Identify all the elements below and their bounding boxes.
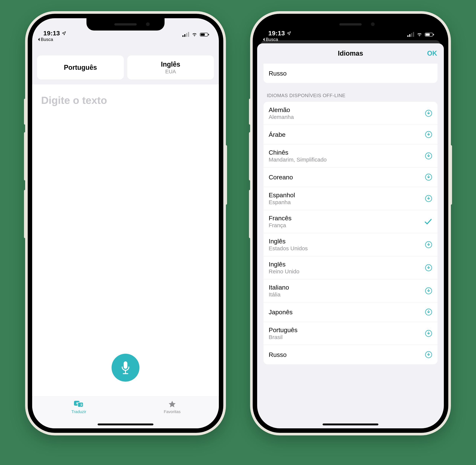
language-name: Chinês (269, 149, 327, 156)
language-selector-row: Português Inglês EUA (32, 51, 219, 85)
svg-rect-2 (208, 34, 209, 35)
language-row[interactable]: AlemãoAlemanha (263, 102, 437, 125)
language-name: Inglês (269, 238, 308, 245)
target-language-sub: EUA (165, 69, 176, 75)
tab-translate-label: Traduzir (71, 409, 86, 414)
wifi-icon (417, 32, 422, 37)
screen-translate: 19:13 (32, 18, 219, 428)
language-name: Inglês (269, 261, 299, 268)
language-row[interactable]: Coreano (263, 167, 437, 187)
offline-languages-header: IDIOMAS DISPONÍVEIS OFF-LINE (263, 83, 437, 102)
language-row[interactable]: ChinêsMandarim, Simplificado (263, 144, 437, 167)
language-row[interactable]: Russo (263, 64, 437, 83)
language-sub: Mandarim, Simplificado (269, 157, 327, 163)
sheet-title: Idiomas (338, 50, 363, 57)
language-sub: França (269, 222, 291, 229)
status-bar: 19:13 (257, 18, 444, 38)
status-time: 19:13 (43, 30, 60, 37)
language-sub: Espanha (269, 199, 295, 205)
location-icon (62, 31, 66, 36)
tab-favorites-label: Favoritas (164, 409, 181, 414)
status-bar: 19:13 (32, 18, 219, 38)
language-row[interactable]: Russo (263, 345, 437, 364)
language-name: Francês (269, 214, 291, 222)
source-language-name: Português (64, 64, 97, 72)
input-placeholder: Digite o texto (41, 94, 210, 106)
battery-icon (425, 32, 435, 37)
language-name: Italiano (269, 284, 289, 291)
download-icon[interactable] (425, 152, 432, 160)
home-indicator[interactable] (323, 423, 378, 425)
download-icon[interactable] (425, 308, 432, 316)
svg-text:A: A (76, 402, 78, 405)
download-icon[interactable] (425, 264, 432, 272)
svg-rect-1 (201, 33, 205, 36)
wifi-icon (192, 32, 197, 37)
ok-button[interactable]: OK (427, 50, 437, 57)
language-sub: Estados Unidos (269, 245, 308, 252)
svg-rect-11 (426, 33, 430, 36)
language-sub: Alemanha (269, 114, 294, 120)
star-icon (168, 400, 177, 408)
languages-sheet: Idiomas OK Russo IDIOMAS DISPONÍVEIS OFF… (257, 43, 444, 428)
language-row[interactable]: FrancêsFrança (263, 210, 437, 233)
back-to-app[interactable]: Busca (262, 37, 278, 42)
back-to-app-label: Busca (266, 37, 278, 42)
sheet-navbar: Idiomas OK (257, 43, 444, 64)
language-row[interactable]: Árabe (263, 125, 437, 144)
language-name: Russo (269, 70, 287, 77)
target-language-name: Inglês (161, 61, 180, 68)
svg-text:文: 文 (80, 403, 83, 406)
language-row[interactable]: EspanholEspanha (263, 187, 437, 210)
microphone-button[interactable] (112, 354, 139, 382)
download-icon[interactable] (425, 287, 432, 295)
back-to-app-label: Busca (41, 37, 53, 42)
download-icon[interactable] (425, 173, 432, 181)
cellular-icon (407, 32, 414, 37)
download-icon[interactable] (425, 195, 432, 202)
translate-input-area[interactable]: Digite o texto (32, 85, 219, 397)
screen-languages: 19:13 (257, 18, 444, 428)
microphone-icon (120, 360, 131, 375)
offline-languages-list: AlemãoAlemanhaÁrabeChinêsMandarim, Simpl… (263, 102, 437, 364)
status-time: 19:13 (268, 30, 285, 37)
language-row[interactable]: Japonês (263, 302, 437, 322)
language-name: Espanhol (269, 191, 295, 199)
device-frame-left: 19:13 (25, 11, 226, 435)
back-to-app[interactable]: Busca (37, 37, 53, 42)
language-name: Russo (269, 351, 287, 358)
language-row[interactable]: InglêsReino Unido (263, 256, 437, 279)
target-language-button[interactable]: Inglês EUA (127, 55, 214, 80)
svg-rect-12 (433, 34, 434, 35)
svg-rect-3 (124, 361, 127, 369)
language-name: Árabe (269, 131, 286, 138)
checkmark-icon (424, 218, 432, 225)
language-name: Coreano (269, 174, 293, 181)
download-icon[interactable] (425, 131, 432, 138)
location-icon (287, 31, 291, 36)
language-name: Japonês (269, 308, 293, 316)
language-row[interactable]: PortuguêsBrasil (263, 322, 437, 345)
language-row[interactable]: ItalianoItália (263, 279, 437, 302)
translate-icon: A文 (74, 400, 84, 408)
language-sub: Reino Unido (269, 268, 299, 275)
language-name: Português (269, 326, 298, 334)
language-sub: Brasil (269, 334, 298, 340)
cellular-icon (182, 32, 189, 37)
language-sub: Itália (269, 291, 289, 298)
download-icon[interactable] (425, 351, 432, 358)
language-name: Alemão (269, 106, 294, 114)
download-icon[interactable] (425, 330, 432, 337)
download-icon[interactable] (425, 241, 432, 248)
language-row[interactable]: InglêsEstados Unidos (263, 233, 437, 256)
download-icon[interactable] (425, 110, 432, 117)
source-language-button[interactable]: Português (37, 55, 124, 80)
device-frame-right: 19:13 (250, 11, 451, 435)
battery-icon (200, 32, 209, 37)
home-indicator[interactable] (98, 423, 153, 425)
recent-language-card: Russo (263, 64, 437, 83)
